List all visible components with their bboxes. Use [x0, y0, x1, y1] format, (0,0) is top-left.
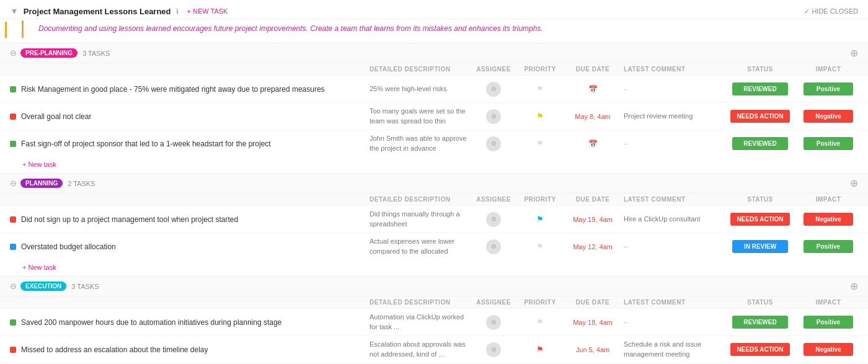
- add-column-button-planning[interactable]: ⊕: [850, 177, 858, 189]
- comment-cell: –: [624, 139, 723, 148]
- impact-cell[interactable]: Negative: [797, 343, 859, 356]
- assignee-avatar[interactable]: ⚙: [486, 315, 501, 330]
- assignee-cell[interactable]: ⚙: [469, 315, 518, 330]
- impact-badge[interactable]: Negative: [804, 343, 853, 356]
- impact-badge[interactable]: Positive: [804, 316, 853, 329]
- assignee-avatar[interactable]: ⚙: [486, 82, 501, 97]
- col-header-assignee: ASSIGNEE: [469, 196, 518, 203]
- section-badge-preplanning: PRE-PLANNING: [20, 48, 78, 58]
- section-collapse-planning[interactable]: ⊖: [10, 179, 17, 188]
- priority-cell[interactable]: ⚑: [518, 317, 562, 327]
- assignee-cell[interactable]: ⚙: [469, 239, 518, 254]
- task-desc: Actual expenses were lower compared to t…: [370, 237, 469, 256]
- col-header-assignee: ASSIGNEE: [469, 66, 518, 73]
- impact-cell[interactable]: Negative: [797, 213, 859, 226]
- collapse-icon[interactable]: ▼: [10, 6, 19, 16]
- info-icon[interactable]: ℹ: [176, 7, 179, 16]
- priority-cell[interactable]: ⚑: [518, 242, 562, 251]
- impact-cell[interactable]: Positive: [797, 137, 859, 150]
- assignee-cell[interactable]: ⚙: [469, 342, 518, 357]
- status-badge[interactable]: NEEDS ACTION: [730, 110, 789, 123]
- status-cell[interactable]: REVIEWED: [723, 137, 797, 150]
- task-name-cell: Did not sign up to a project management …: [10, 215, 370, 224]
- page-header-left: ▼ Project Management Lessons Learned ℹ +…: [10, 6, 231, 16]
- section-collapse-execution[interactable]: ⊖: [10, 282, 17, 291]
- section-badge-execution: EXECUTION: [20, 282, 66, 291]
- section-task-count-preplanning: 3 TASKS: [82, 50, 110, 57]
- priority-flag-yellow: ⚑: [536, 112, 544, 121]
- add-column-button-execution[interactable]: ⊕: [850, 280, 858, 292]
- task-name[interactable]: Missed to address an escalation about th…: [21, 345, 208, 354]
- task-name[interactable]: Risk Management in good place - 75% were…: [21, 85, 325, 94]
- impact-cell[interactable]: Positive: [797, 240, 859, 253]
- task-color-dot: [10, 347, 16, 353]
- priority-cell[interactable]: ⚑: [518, 345, 562, 354]
- impact-cell[interactable]: Positive: [797, 82, 859, 95]
- comment-cell: –: [624, 242, 723, 251]
- priority-cell[interactable]: ⚑: [518, 112, 562, 121]
- due-date-value: May 18, 4am: [573, 319, 613, 326]
- hide-closed-button[interactable]: ✓ HIDE CLOSED: [804, 7, 858, 16]
- task-name[interactable]: Overall goal not clear: [21, 112, 91, 121]
- status-cell[interactable]: NEEDS ACTION: [723, 343, 797, 356]
- col-header-status: STATUS: [723, 299, 797, 306]
- comment-cell: Schedule a risk and issue management mee…: [624, 340, 723, 359]
- impact-badge[interactable]: Positive: [804, 82, 853, 95]
- col-header-priority: PRIORITY: [518, 299, 562, 306]
- new-task-button[interactable]: + NEW TASK: [184, 6, 232, 16]
- task-name[interactable]: Did not sign up to a project management …: [21, 215, 238, 224]
- assignee-cell[interactable]: ⚙: [469, 109, 518, 124]
- assignee-avatar[interactable]: ⚙: [486, 239, 501, 254]
- section-header-planning: ⊖ PLANNING 2 TASKS ⊕: [0, 173, 868, 193]
- add-column-button-preplanning[interactable]: ⊕: [850, 47, 858, 59]
- status-cell[interactable]: REVIEWED: [723, 82, 797, 95]
- assignee-avatar[interactable]: ⚙: [486, 342, 501, 357]
- col-headers-preplanning: DETAILED DESCRIPTION ASSIGNEE PRIORITY D…: [0, 63, 868, 75]
- impact-badge[interactable]: Positive: [804, 137, 853, 150]
- col-header-impact: IMPACT: [797, 66, 859, 73]
- status-cell[interactable]: NEEDS ACTION: [723, 110, 797, 123]
- status-badge[interactable]: REVIEWED: [732, 82, 788, 95]
- comment-dash: –: [624, 318, 627, 326]
- impact-badge[interactable]: Negative: [804, 110, 853, 123]
- sections-container: ⊖ PRE-PLANNING 3 TASKS ⊕ DETAILED DESCRI…: [0, 43, 868, 364]
- priority-flag-red: ⚑: [536, 345, 544, 354]
- comment-dash: –: [624, 140, 627, 147]
- status-cell[interactable]: REVIEWED: [723, 316, 797, 329]
- task-color-dot: [10, 86, 16, 92]
- status-badge[interactable]: REVIEWED: [732, 316, 788, 329]
- assignee-avatar[interactable]: ⚙: [486, 109, 501, 124]
- status-cell[interactable]: IN REVIEW: [723, 240, 797, 253]
- status-badge[interactable]: NEEDS ACTION: [730, 343, 789, 356]
- assignee-avatar[interactable]: ⚙: [486, 136, 501, 151]
- assignee-cell[interactable]: ⚙: [469, 82, 518, 97]
- status-badge[interactable]: REVIEWED: [732, 137, 788, 150]
- due-date-cell: May 8, 4am: [562, 112, 624, 121]
- section-badge-planning: PLANNING: [20, 179, 63, 188]
- section-task-count-planning: 2 TASKS: [68, 180, 95, 187]
- new-task-row-planning[interactable]: + New task: [0, 260, 868, 276]
- impact-cell[interactable]: Positive: [797, 316, 859, 329]
- assignee-avatar[interactable]: ⚙: [486, 212, 501, 227]
- impact-cell[interactable]: Negative: [797, 110, 859, 123]
- assignee-cell[interactable]: ⚙: [469, 136, 518, 151]
- priority-cell[interactable]: ⚑: [518, 84, 562, 94]
- section-collapse-preplanning[interactable]: ⊖: [10, 48, 17, 58]
- task-name-cell: Missed to address an escalation about th…: [10, 345, 370, 354]
- task-name[interactable]: Overstated budget allocation: [21, 242, 116, 251]
- col-headers-execution: DETAILED DESCRIPTION ASSIGNEE PRIORITY D…: [0, 296, 868, 308]
- task-name[interactable]: Saved 200 manpower hours due to automati…: [21, 318, 281, 327]
- impact-badge[interactable]: Positive: [804, 240, 853, 253]
- priority-cell[interactable]: ⚑: [518, 215, 562, 224]
- priority-cell[interactable]: ⚑: [518, 139, 562, 148]
- status-badge[interactable]: IN REVIEW: [732, 240, 788, 253]
- due-date-calendar: 📅: [588, 85, 598, 94]
- new-task-row-preplanning[interactable]: + New task: [0, 157, 868, 173]
- status-cell[interactable]: NEEDS ACTION: [723, 213, 797, 226]
- status-badge[interactable]: NEEDS ACTION: [730, 213, 789, 226]
- assignee-cell[interactable]: ⚙: [469, 212, 518, 227]
- comment-dash: –: [624, 242, 627, 250]
- impact-badge[interactable]: Negative: [804, 213, 853, 226]
- col-header-impact: IMPACT: [797, 196, 859, 203]
- task-name[interactable]: Fast sign-off of project sponsor that le…: [21, 140, 271, 148]
